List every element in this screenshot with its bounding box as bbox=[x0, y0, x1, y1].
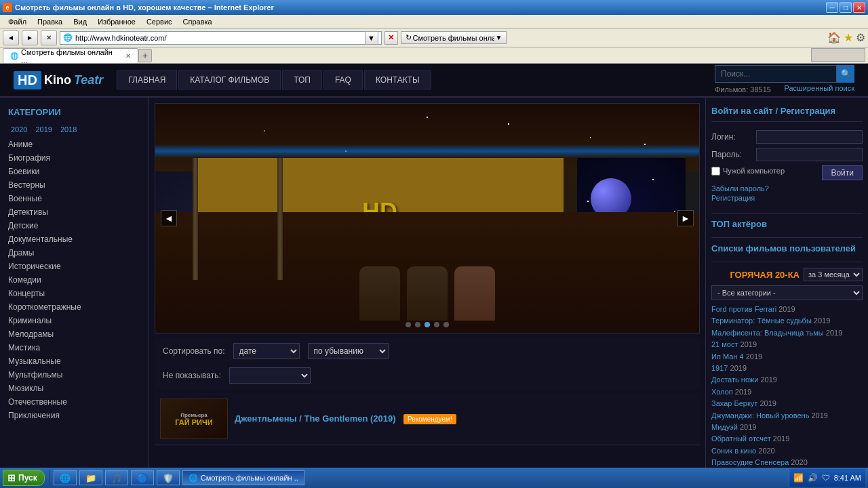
sidebar-item-musical[interactable]: Музыкальные bbox=[0, 354, 149, 368]
slider-dot-3[interactable] bbox=[425, 322, 430, 327]
year-2019-button[interactable]: 2019 bbox=[33, 124, 54, 135]
sidebar-item-melodrama[interactable]: Мелодрамы bbox=[0, 327, 149, 341]
sidebar-item-drama[interactable]: Драмы bbox=[0, 246, 149, 260]
slider-dot-2[interactable] bbox=[415, 322, 420, 327]
hot-movie-3[interactable]: Малефисента: Владычица тьмы 2019 bbox=[711, 328, 863, 338]
top-actors-section: ТОП актёров bbox=[711, 213, 863, 229]
sidebar-item-comedy[interactable]: Комедии bbox=[0, 273, 149, 287]
hot-movie-12[interactable]: Обратный отсчет 2019 bbox=[711, 434, 863, 444]
sidebar-item-military[interactable]: Военные bbox=[0, 192, 149, 205]
sidebar-item-concerts[interactable]: Концерты bbox=[0, 287, 149, 300]
password-input[interactable] bbox=[756, 148, 863, 161]
nav-contacts[interactable]: КОНТАКТЫ bbox=[364, 70, 431, 89]
settings-icon[interactable]: ⚙ bbox=[856, 31, 865, 44]
movie-item: Премьера ГАЙ РИЧИ Джентльмены / The Gent… bbox=[155, 393, 700, 445]
back-button[interactable]: ◄ bbox=[3, 30, 19, 45]
sidebar-item-adventure[interactable]: Приключения bbox=[0, 409, 149, 422]
active-tab[interactable]: 🌐 Смотреть фильмы онлайн ... ✕ bbox=[3, 48, 138, 63]
tray-security-icon: 🛡 bbox=[822, 473, 830, 483]
stop-loading-button[interactable]: ✕ bbox=[384, 31, 398, 45]
refresh-button[interactable]: ↻ Смотреть фильмы онлайн ... ▼ bbox=[401, 31, 507, 44]
sidebar: КАТЕГОРИИ 2020 2019 2018 Аниме Биография… bbox=[0, 98, 149, 468]
sidebar-item-mystic[interactable]: Мистика bbox=[0, 341, 149, 354]
slider-next-button[interactable]: ► bbox=[677, 210, 694, 226]
movie-info: Джентльмены / The Gentlemen (2019) Реком… bbox=[235, 413, 456, 424]
forgot-password-link[interactable]: Забыли пароль? bbox=[711, 184, 863, 192]
nav-faq[interactable]: FAQ bbox=[323, 70, 363, 89]
maximize-button[interactable]: □ bbox=[840, 2, 852, 13]
tab-close-button[interactable]: ✕ bbox=[125, 52, 131, 60]
movie-thumbnail: Премьера ГАЙ РИЧИ bbox=[160, 399, 228, 439]
slider-dot-5[interactable] bbox=[443, 322, 449, 327]
hot-movie-14[interactable]: Правосудие Спенсера 2020 bbox=[711, 458, 863, 468]
hot-movie-13[interactable]: Соник в кино 2020 bbox=[711, 446, 863, 456]
extended-search-link[interactable]: Расширенный поиск bbox=[784, 84, 854, 95]
slider-dot-4[interactable] bbox=[434, 322, 439, 327]
sidebar-item-crime[interactable]: Криминалы bbox=[0, 314, 149, 327]
menu-view[interactable]: Вид bbox=[68, 16, 92, 27]
start-label: Пуск bbox=[18, 473, 37, 483]
hot-movie-2[interactable]: Терминатор: Тёмные судьбы 2019 bbox=[711, 316, 863, 326]
new-tab-button[interactable]: + bbox=[138, 49, 152, 62]
sidebar-item-cartoon[interactable]: Мультфильмы bbox=[0, 368, 149, 382]
hot-movie-8[interactable]: Холоп 2019 bbox=[711, 387, 863, 397]
sidebar-item-domestic[interactable]: Отечественные bbox=[0, 395, 149, 409]
alien-computer-checkbox[interactable] bbox=[711, 167, 720, 176]
hide-select[interactable] bbox=[229, 367, 311, 384]
login-button[interactable]: Войти bbox=[822, 165, 863, 180]
hot-movie-7[interactable]: Достать ножи 2019 bbox=[711, 375, 863, 385]
hot-movie-11[interactable]: Мидуэй 2019 bbox=[711, 422, 863, 432]
sidebar-item-musical2[interactable]: Мюзиклы bbox=[0, 382, 149, 395]
stop-button[interactable]: ✕ bbox=[41, 30, 57, 45]
ie-active-window[interactable]: 🌐 Смотреть фильмы онлайн ... bbox=[182, 470, 304, 485]
minimize-button[interactable]: ─ bbox=[826, 2, 838, 13]
nav-home[interactable]: ГЛАВНАЯ bbox=[117, 70, 177, 89]
sidebar-item-western[interactable]: Вестерны bbox=[0, 178, 149, 192]
slider-prev-button[interactable]: ◄ bbox=[161, 210, 177, 226]
sort-direction-select[interactable]: по убыванию по возрастанию bbox=[308, 343, 389, 359]
menu-file[interactable]: Файл bbox=[3, 16, 32, 27]
home-button[interactable]: 🏠 bbox=[827, 31, 841, 44]
forward-button[interactable]: ► bbox=[22, 30, 38, 45]
sidebar-item-anime[interactable]: Аниме bbox=[0, 138, 149, 151]
address-dropdown[interactable]: ▼ bbox=[365, 31, 378, 45]
menu-edit[interactable]: Правка bbox=[32, 16, 68, 27]
sidebar-item-action[interactable]: Боевики bbox=[0, 165, 149, 178]
menu-help[interactable]: Справка bbox=[178, 16, 218, 27]
slider-dot-1[interactable] bbox=[406, 322, 411, 327]
login-form: Логин: Пароль: Чужой компьютер Войти bbox=[711, 127, 863, 205]
hot-movie-9[interactable]: Захар Беркут 2019 bbox=[711, 399, 863, 409]
movie-title[interactable]: Джентльмены / The Gentlemen (2019) bbox=[235, 413, 396, 424]
hot-period-select[interactable]: за 3 месяца за неделю за месяц bbox=[804, 268, 863, 281]
hot-movie-1[interactable]: Ford против Ferrari 2019 bbox=[711, 304, 863, 314]
hot-movie-6[interactable]: 1917 2019 bbox=[711, 363, 863, 373]
nav-top[interactable]: ТОП bbox=[282, 70, 322, 89]
address-field: 🌐 http://www.hdkinoteatr.com/ ▼ bbox=[60, 31, 382, 45]
hot-movie-5[interactable]: Ип Ман 4 2019 bbox=[711, 352, 863, 362]
sidebar-item-short[interactable]: Короткометражные bbox=[0, 300, 149, 314]
sidebar-item-documentary[interactable]: Документальные bbox=[0, 232, 149, 246]
sidebar-item-kids[interactable]: Детские bbox=[0, 219, 149, 232]
menu-tools[interactable]: Сервис bbox=[141, 16, 178, 27]
search-input[interactable] bbox=[715, 65, 837, 83]
year-2020-button[interactable]: 2020 bbox=[8, 124, 30, 135]
favorites-button[interactable]: ★ bbox=[844, 31, 853, 44]
sidebar-item-biography[interactable]: Биография bbox=[0, 151, 149, 165]
sidebar-item-historical[interactable]: Исторические bbox=[0, 260, 149, 273]
nav-catalog[interactable]: КАТАЛОГ ФИЛЬМОВ bbox=[178, 70, 281, 89]
menu-favorites[interactable]: Избранное bbox=[92, 16, 141, 27]
sort-by-select[interactable]: дате рейтингу просмотрам bbox=[233, 343, 300, 359]
hide-label: Не показывать: bbox=[163, 371, 221, 380]
sidebar-item-detective[interactable]: Детективы bbox=[0, 205, 149, 219]
hot-movie-4[interactable]: 21 мост 2019 bbox=[711, 340, 863, 350]
year-2018-button[interactable]: 2018 bbox=[58, 124, 79, 135]
search-button[interactable]: 🔍 bbox=[837, 65, 854, 83]
login-input[interactable] bbox=[756, 130, 863, 144]
hot-movie-10[interactable]: Джуманджи: Новый уровень 2019 bbox=[711, 411, 863, 421]
close-button[interactable]: ✕ bbox=[853, 2, 865, 13]
category-select[interactable]: - Все категории - bbox=[711, 285, 863, 300]
start-button[interactable]: ⊞ Пуск bbox=[3, 470, 45, 486]
url-text[interactable]: http://www.hdkinoteatr.com/ bbox=[75, 34, 365, 42]
register-link[interactable]: Регистрация bbox=[711, 194, 863, 202]
title-bar-text: e Смотреть фильмы онлайн в HD, хорошем к… bbox=[3, 3, 274, 12]
